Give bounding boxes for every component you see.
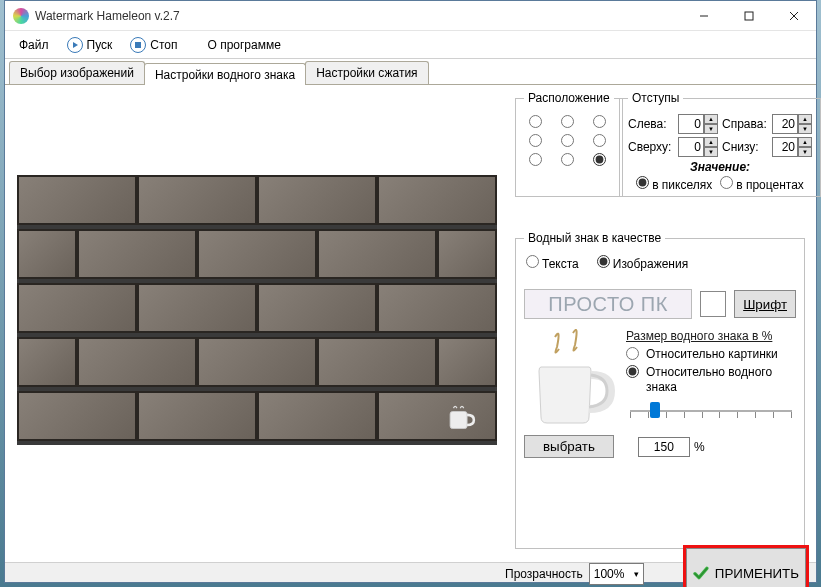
margin-right-label: Справа: <box>722 117 768 131</box>
maximize-button[interactable] <box>726 1 771 30</box>
percent-sign: % <box>694 440 705 454</box>
position-top-left[interactable] <box>526 115 545 128</box>
slider-thumb-icon[interactable] <box>650 402 660 418</box>
size-slider[interactable] <box>630 400 792 422</box>
position-middle-center[interactable] <box>558 134 577 147</box>
opacity-row: Прозрачность 100% ▾ <box>505 563 644 585</box>
window-title: Watermark Hameleon v.2.7 <box>35 9 681 23</box>
svg-rect-4 <box>450 412 467 429</box>
toolbar-start-button[interactable]: Пуск <box>59 33 121 57</box>
size-relative-image-radio[interactable] <box>626 347 639 360</box>
wmtype-image-radio[interactable] <box>597 255 610 268</box>
wmtype-text-radio[interactable] <box>526 255 539 268</box>
fieldset-margins: Отступы Слева: ▲▼ Справа: ▲▼ Сверху: ▲▼ … <box>619 91 821 197</box>
app-icon <box>13 8 29 24</box>
opacity-label: Прозрачность <box>505 567 583 581</box>
margin-right-spinner[interactable]: ▲▼ <box>772 114 812 134</box>
font-button[interactable]: Шрифт <box>734 290 796 318</box>
close-button[interactable] <box>771 1 816 30</box>
chevron-down-icon: ▾ <box>634 569 639 579</box>
position-bottom-left[interactable] <box>526 153 545 166</box>
tab-select-images[interactable]: Выбор изображений <box>9 61 145 84</box>
tab-content: Расположение Отступы Слева: ▲▼ Справа: ▲… <box>5 85 816 562</box>
spin-down-icon[interactable]: ▼ <box>704 124 718 134</box>
position-middle-right[interactable] <box>590 134 609 147</box>
margin-left-label: Слева: <box>628 117 674 131</box>
stop-icon <box>130 37 146 53</box>
fieldset-watermark-type: Водный знак в качестве Текста Изображени… <box>515 231 805 549</box>
opacity-select[interactable]: 100% ▾ <box>589 563 645 585</box>
position-bottom-center[interactable] <box>558 153 577 166</box>
wmtype-legend: Водный знак в качестве <box>524 231 665 245</box>
titlebar: Watermark Hameleon v.2.7 <box>5 1 816 31</box>
choose-image-button[interactable]: выбрать <box>524 435 614 458</box>
toolbar-stop-button[interactable]: Стоп <box>122 33 185 57</box>
menu-about[interactable]: О программе <box>199 34 288 56</box>
watermark-text-preview: ПРОСТО ПК <box>524 289 692 319</box>
size-value-input[interactable] <box>638 437 690 457</box>
play-icon <box>67 37 83 53</box>
apply-highlight: ПРИМЕНИТЬ <box>683 545 809 587</box>
minimize-button[interactable] <box>681 1 726 30</box>
menu-file[interactable]: Файл <box>11 34 57 56</box>
svg-rect-1 <box>745 12 753 20</box>
app-window: Watermark Hameleon v.2.7 Файл Пуск Стоп … <box>4 0 817 583</box>
size-heading: Размер водного знака в % <box>626 329 796 343</box>
tab-compression-settings[interactable]: Настройки сжатия <box>305 61 428 84</box>
margin-bottom-label: Снизу: <box>722 140 768 154</box>
margins-unit-percent[interactable] <box>720 176 733 189</box>
toolbar: Файл Пуск Стоп О программе <box>5 31 816 59</box>
margins-unit-pixels[interactable] <box>636 176 649 189</box>
position-top-right[interactable] <box>590 115 609 128</box>
tab-watermark-settings[interactable]: Настройки водного знака <box>144 63 306 85</box>
position-middle-left[interactable] <box>526 134 545 147</box>
apply-button[interactable]: ПРИМЕНИТЬ <box>686 548 806 587</box>
margins-value-label: Значение: <box>628 160 812 174</box>
margin-top-label: Сверху: <box>628 140 674 154</box>
color-swatch[interactable] <box>700 291 726 317</box>
margin-left-spinner[interactable]: ▲▼ <box>678 114 718 134</box>
fieldset-position: Расположение <box>515 91 623 197</box>
tabs: Выбор изображений Настройки водного знак… <box>5 59 816 85</box>
checkmark-icon <box>693 562 709 584</box>
watermark-preview-icon <box>445 403 479 433</box>
spin-up-icon[interactable]: ▲ <box>704 114 718 124</box>
margin-bottom-spinner[interactable]: ▲▼ <box>772 137 812 157</box>
margins-legend: Отступы <box>628 91 683 105</box>
watermark-image-preview <box>524 329 616 429</box>
position-bottom-right[interactable] <box>590 153 609 166</box>
image-preview <box>17 175 497 445</box>
size-relative-watermark-radio[interactable] <box>626 365 639 378</box>
position-top-center[interactable] <box>558 115 577 128</box>
margin-top-spinner[interactable]: ▲▼ <box>678 137 718 157</box>
window-buttons <box>681 1 816 30</box>
position-legend: Расположение <box>524 91 614 105</box>
